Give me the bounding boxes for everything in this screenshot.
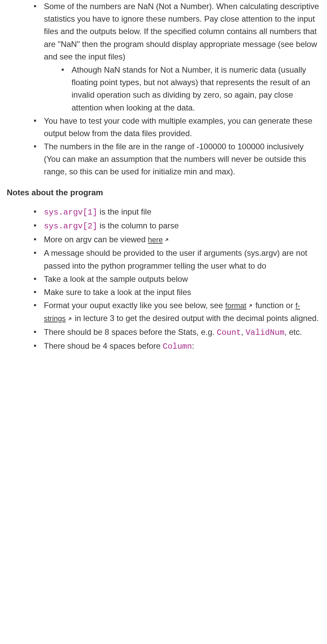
list-item: You have to test your code with multiple… — [34, 115, 320, 140]
list-text: Athough NaN stands for Not a Number, it … — [72, 65, 310, 112]
list-item: There should be 8 spaces before the Stat… — [34, 326, 320, 339]
list-text: More on argv can be viewed — [44, 235, 148, 244]
external-link-icon — [67, 314, 73, 325]
list-item: sys.argv[1] is the input file — [34, 205, 320, 219]
list-text: , etc. — [284, 327, 302, 337]
list-item: Make sure to take a look at the input fi… — [34, 286, 320, 298]
list-text: Some of the numbers are NaN (Not a Numbe… — [44, 2, 319, 61]
list-text: There shoud be 4 spaces before — [44, 341, 163, 350]
list-text: Make sure to take a look at the input fi… — [44, 288, 191, 297]
list-item: sys.argv[2] is the column to parse — [34, 219, 320, 232]
list-item: Take a look at the sample outputs below — [34, 273, 320, 285]
list-item: There shoud be 4 spaces before Column: — [34, 340, 320, 353]
list-text: function or — [253, 301, 295, 310]
external-link-icon — [248, 300, 253, 312]
list-text: The numbers in the file are in the range… — [44, 142, 306, 176]
list-item: Format your ouput exactly like you see b… — [34, 299, 320, 325]
list-text: : — [192, 341, 194, 350]
list-text: A message should be provided to the user… — [44, 248, 307, 270]
list-text: You have to test your code with multiple… — [44, 116, 312, 138]
list-text: There should be 8 spaces before the Stat… — [44, 327, 217, 337]
list-text: in lecture 3 to get the desired output w… — [73, 314, 319, 323]
code-argv1: sys.argv[1] — [44, 208, 97, 217]
list-text: is the input file — [97, 207, 151, 216]
code-column: Column — [163, 342, 192, 351]
code-validnum: ValidNum — [246, 328, 284, 337]
list-item: More on argv can be viewed here — [34, 233, 320, 246]
external-link-icon — [164, 234, 169, 246]
code-argv2: sys.argv[2] — [44, 222, 97, 231]
notes-list-2: sys.argv[1] is the input file sys.argv[2… — [34, 205, 320, 353]
notes-list-1: Some of the numbers are NaN (Not a Numbe… — [34, 0, 320, 178]
list-text: Take a look at the sample outputs below — [44, 274, 188, 283]
list-text: , — [241, 327, 245, 337]
code-count: Count — [217, 328, 241, 337]
nested-list: Athough NaN stands for Not a Number, it … — [61, 64, 320, 114]
section-heading: Notes about the program — [7, 186, 320, 199]
list-text: is the column to parse — [97, 221, 179, 230]
list-item: A message should be provided to the user… — [34, 247, 320, 272]
link-format[interactable]: format — [225, 301, 253, 310]
list-item: The numbers in the file are in the range… — [34, 140, 320, 178]
link-here[interactable]: here — [148, 236, 169, 244]
list-item: Some of the numbers are NaN (Not a Numbe… — [34, 0, 320, 114]
list-item: Athough NaN stands for Not a Number, it … — [61, 64, 320, 114]
list-text: Format your ouput exactly like you see b… — [44, 301, 225, 310]
